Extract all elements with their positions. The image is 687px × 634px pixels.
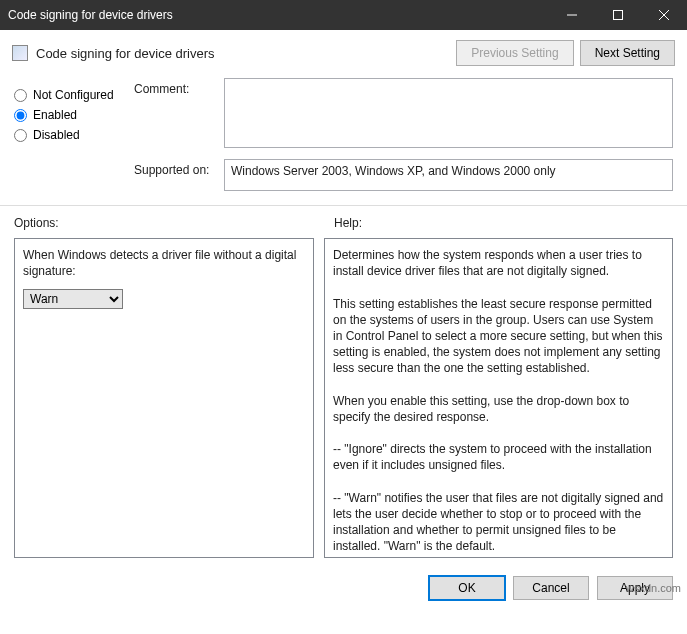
radio-enabled[interactable]: Enabled	[14, 108, 134, 122]
cancel-button[interactable]: Cancel	[513, 576, 589, 600]
radio-label: Disabled	[33, 128, 80, 142]
comment-label: Comment:	[134, 78, 224, 96]
radio-label: Enabled	[33, 108, 77, 122]
state-radios: Not Configured Enabled Disabled	[14, 78, 134, 148]
radio-not-configured[interactable]: Not Configured	[14, 88, 134, 102]
help-text: -- "Warn" notifies the user that files a…	[333, 490, 664, 555]
comment-field[interactable]	[224, 78, 673, 148]
titlebar: Code signing for device drivers	[0, 0, 687, 30]
header: Code signing for device drivers Previous…	[0, 30, 687, 76]
help-text: Determines how the system responds when …	[333, 247, 664, 279]
previous-setting-button[interactable]: Previous Setting	[456, 40, 573, 66]
dialog-footer: OK Cancel Apply	[0, 566, 687, 610]
close-button[interactable]	[641, 0, 687, 30]
watermark: wsxdn.com	[626, 582, 681, 594]
radio-label: Not Configured	[33, 88, 114, 102]
help-text: When you enable this setting, use the dr…	[333, 393, 664, 425]
divider	[0, 205, 687, 206]
options-prompt: When Windows detects a driver file witho…	[23, 247, 305, 279]
help-text: -- "Ignore" directs the system to procee…	[333, 441, 664, 473]
help-text: This setting establishes the least secur…	[333, 296, 664, 377]
options-header: Options:	[14, 216, 334, 230]
radio-disabled[interactable]: Disabled	[14, 128, 134, 142]
minimize-button[interactable]	[549, 0, 595, 30]
supported-on-field: Windows Server 2003, Windows XP, and Win…	[224, 159, 673, 191]
maximize-button[interactable]	[595, 0, 641, 30]
supported-label: Supported on:	[134, 159, 224, 177]
next-setting-button[interactable]: Next Setting	[580, 40, 675, 66]
policy-icon	[12, 45, 28, 61]
ok-button[interactable]: OK	[429, 576, 505, 600]
options-pane: When Windows detects a driver file witho…	[14, 238, 314, 558]
signature-action-select[interactable]: Warn	[23, 289, 123, 309]
help-header: Help:	[334, 216, 673, 230]
svg-rect-1	[614, 11, 623, 20]
window-title: Code signing for device drivers	[8, 8, 549, 22]
help-pane[interactable]: Determines how the system responds when …	[324, 238, 673, 558]
page-title: Code signing for device drivers	[36, 46, 450, 61]
